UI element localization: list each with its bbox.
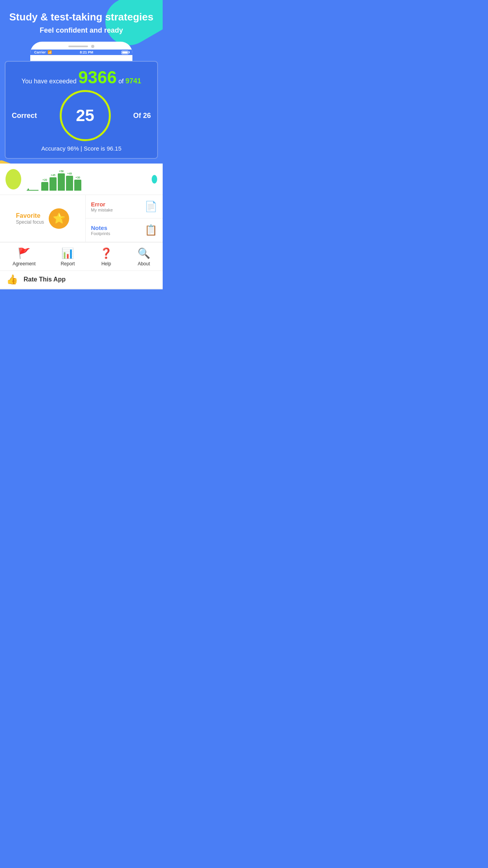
error-subtitle: My mistake — [91, 208, 113, 212]
notes-subtitle: Footprints — [91, 231, 110, 236]
bar-2: +45 — [50, 174, 57, 191]
error-text: Error My mistake — [91, 201, 113, 212]
nav-agreement[interactable]: 🚩 Agreement — [13, 247, 36, 267]
exceeded-big-number: 9366 — [78, 68, 117, 87]
result-circle-row: Correct 25 Of 26 — [12, 90, 151, 141]
bar-chart: +20 +45 +58 +49 +30 — [27, 168, 146, 191]
phone-camera — [91, 45, 94, 48]
bottom-section: +20 +45 +58 +49 +30 — [0, 164, 163, 289]
bar-3: +58 — [58, 170, 65, 191]
correct-label: Correct — [12, 112, 37, 120]
bottom-nav: 🚩 Agreement 📊 Report ❓ Help 🔍 About — [0, 242, 163, 270]
help-icon: ❓ — [100, 247, 112, 259]
error-title: Error — [91, 201, 113, 208]
circle-number: 25 — [76, 106, 94, 125]
star-icon: ⭐ — [49, 208, 69, 229]
bar-4: +49 — [66, 172, 73, 191]
wifi-icon: 📶 — [48, 50, 52, 54]
error-notes-col: Error My mistake 📄 Notes Footprints 📋 — [86, 195, 163, 242]
teal-blob — [152, 175, 157, 184]
error-section[interactable]: Error My mistake 📄 — [86, 195, 163, 219]
nav-about[interactable]: 🔍 About — [138, 247, 150, 267]
of-label: Of 26 — [133, 112, 151, 120]
favorite-subtitle: Special focus — [16, 219, 44, 225]
report-icon: 📊 — [61, 247, 74, 259]
about-icon: 🔍 — [138, 247, 150, 259]
nav-report[interactable]: 📊 Report — [61, 247, 75, 267]
battery-icon — [121, 51, 128, 54]
nav-help[interactable]: ❓ Help — [100, 247, 112, 267]
error-doc-icon: 📄 — [145, 200, 157, 213]
rate-app-label: Rate This App — [24, 276, 66, 283]
status-bar: Carrier 📶 8:21 PM — [30, 50, 132, 55]
help-label: Help — [101, 261, 111, 267]
time-label: 8:21 PM — [80, 50, 93, 54]
report-label: Report — [61, 261, 75, 267]
header-subtitle: Feel confident and ready — [0, 26, 163, 35]
status-left: Carrier 📶 — [34, 50, 52, 54]
phone-notch — [68, 46, 88, 47]
total-number: 9741 — [125, 77, 141, 85]
bar-5: +30 — [74, 176, 81, 191]
exceeded-text: You have exceeded 9366 of 9741 — [12, 69, 151, 86]
favorite-text: Favorite Special focus — [16, 212, 44, 225]
about-label: About — [138, 261, 150, 267]
thumbs-up-icon: 👍 — [6, 274, 18, 285]
rate-app-row[interactable]: 👍 Rate This App — [0, 270, 163, 288]
accuracy-text: Accuracy 96% | Score is 96.15 — [12, 145, 151, 152]
result-circle: 25 — [60, 90, 111, 141]
favorite-title: Favorite — [16, 212, 44, 219]
phone-top — [30, 42, 132, 50]
two-col-row: Favorite Special focus ⭐ Error My mistak… — [0, 195, 163, 242]
notes-title: Notes — [91, 224, 110, 231]
favorite-section[interactable]: Favorite Special focus ⭐ — [0, 195, 86, 242]
carrier-label: Carrier — [34, 50, 46, 54]
chart-oval — [6, 169, 21, 189]
notes-doc-icon: 📋 — [145, 224, 157, 236]
bar-1: +20 — [41, 178, 48, 191]
chart-row: +20 +45 +58 +49 +30 — [0, 164, 163, 195]
result-card: You have exceeded 9366 of 9741 Correct 2… — [5, 61, 158, 159]
header-section: Study & test-taking strategies Feel conf… — [0, 0, 163, 35]
notes-section[interactable]: Notes Footprints 📋 — [86, 219, 163, 242]
notes-text: Notes Footprints — [91, 224, 110, 236]
agreement-label: Agreement — [13, 261, 36, 267]
header-title: Study & test-taking strategies — [0, 11, 163, 23]
agreement-icon: 🚩 — [18, 247, 30, 259]
chart-arrow — [27, 190, 39, 191]
